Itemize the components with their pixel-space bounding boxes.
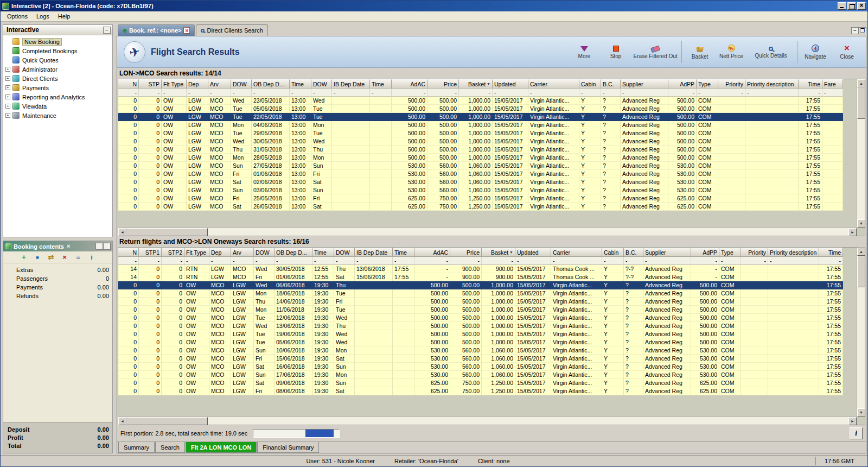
expander-icon[interactable]	[5, 104, 10, 109]
close-panel-icon[interactable]: ×	[67, 243, 70, 249]
column-header-priority-description[interactable]: Priority description	[768, 248, 819, 257]
stop-button[interactable]: Stop	[600, 36, 631, 67]
column-header-priority[interactable]: Priority	[741, 248, 768, 257]
result-row[interactable]: 000OWMCOLGWMon18/06/201819:30Tue500.0050…	[118, 289, 857, 298]
horizontal-scroll-thumb[interactable]	[126, 228, 208, 236]
column-header-type[interactable]: Type	[719, 248, 741, 257]
delete-icon[interactable]: ×	[60, 253, 69, 262]
sidebar-item-new-booking[interactable]: New Booking	[3, 37, 112, 46]
result-row[interactable]: 1400RTNLGWMCOFri01/06/201812:55Sat15/06/…	[118, 273, 857, 281]
column-header-time[interactable]: Time	[312, 248, 334, 257]
column-header-n[interactable]: N	[118, 248, 139, 257]
tab-financial-summary[interactable]: Financial Summary	[257, 442, 319, 453]
close-window-button[interactable]	[857, 2, 866, 10]
column-header-basket[interactable]: Basket▼	[482, 248, 515, 257]
column-header-adac[interactable]: AdAC	[392, 79, 427, 89]
info-button[interactable]: i	[850, 427, 863, 439]
result-row[interactable]: 00OWLGWMCOWed23/05/201813:00Wed500.00500…	[118, 97, 857, 105]
menu-options[interactable]: Options	[3, 12, 32, 21]
result-row-selected[interactable]: 000OWMCOLGWWed06/06/201819:30Thu500.0050…	[118, 281, 857, 289]
column-header-supplier[interactable]: Supplier	[643, 248, 691, 257]
column-header-dep[interactable]: Dep	[209, 248, 231, 257]
add-icon[interactable]: +	[20, 253, 28, 262]
sidebar-item-direct-clients[interactable]: Direct Clients	[3, 74, 112, 83]
vertical-scrollbar[interactable]: ▲▼	[857, 248, 865, 416]
more-button[interactable]: More	[569, 36, 600, 67]
column-header-adac[interactable]: AdAC	[414, 248, 450, 257]
horizontal-scrollbar[interactable]: ◄►	[118, 228, 857, 236]
column-header-priority[interactable]: Priority	[718, 79, 745, 89]
info-icon[interactable]: i	[87, 253, 96, 262]
column-header-updated[interactable]: Updated	[515, 248, 551, 257]
transfer-icon[interactable]: ⇄	[47, 253, 55, 262]
menu-help[interactable]: Help	[54, 12, 75, 21]
result-row[interactable]: 000OWMCOLGWFri15/06/201819:30Sat530.0056…	[118, 355, 857, 363]
column-header-stp1[interactable]: STP1	[139, 248, 162, 257]
vertical-scroll-thumb[interactable]	[857, 87, 865, 119]
result-row-selected[interactable]: 00OWLGWMCOTue22/05/201813:00Tue500.00500…	[118, 113, 857, 121]
result-row[interactable]: 00OWLGWMCOSun27/05/201813:00Sun530.00560…	[118, 162, 857, 170]
scroll-up-button[interactable]: ▲	[857, 79, 865, 87]
close-button[interactable]: Close	[831, 36, 863, 67]
maximize-window-button[interactable]	[847, 2, 856, 10]
column-header-arv[interactable]: Arv	[208, 79, 231, 89]
result-row[interactable]: 000OWMCOLGWSat16/06/201819:30Sun530.0056…	[118, 363, 857, 371]
scroll-left-button[interactable]: ◄	[118, 228, 126, 236]
result-row[interactable]: 00OWLGWMCOFri01/06/201813:00Fri530.00560…	[118, 170, 857, 178]
minimize-window-button[interactable]	[838, 2, 846, 10]
scroll-down-button[interactable]: ▼	[857, 408, 865, 416]
column-header-ib-dep-date[interactable]: IB Dep Date	[332, 79, 370, 89]
column-header-carrier[interactable]: Carrier	[551, 248, 602, 257]
column-header-stp[interactable]: STP	[139, 79, 162, 89]
tab-flt-2a-lon-mco-lon[interactable]: Flt 2A LON MCO LON	[186, 442, 257, 453]
column-header-fare[interactable]: Fare	[822, 79, 843, 89]
list-icon[interactable]: ≡	[74, 253, 82, 262]
column-header-stp2[interactable]: STP2	[162, 248, 184, 257]
collapse-panel-button[interactable]	[103, 27, 111, 34]
quick-details-button[interactable]: Quick Details	[747, 36, 795, 67]
tab-direct-clients-search[interactable]: Direct Clients Search	[196, 24, 267, 36]
result-row[interactable]: 000OWMCOLGWSun17/06/201819:30Mon530.0056…	[118, 371, 857, 379]
result-row[interactable]: 00OWLGWMCOThu31/05/201813:00Thu500.00500…	[118, 146, 857, 154]
navigate-button[interactable]: Navigate	[800, 36, 831, 67]
tab-summary[interactable]: Summary	[118, 442, 155, 453]
column-header-priority-description[interactable]: Priority description	[745, 79, 799, 89]
nett-price-button[interactable]: Nett Price	[716, 36, 747, 67]
column-header-cabin[interactable]: Cabin	[579, 79, 601, 89]
column-header-updated[interactable]: Updated	[493, 79, 528, 89]
column-header-flt-type[interactable]: Flt Type	[162, 79, 187, 89]
column-header-adpp[interactable]: AdPP	[668, 79, 697, 89]
column-header-flt-type[interactable]: Flt Type	[184, 248, 209, 257]
result-row[interactable]: 1400RTNLGWMCOWed30/05/201812:55Thu13/06/…	[118, 265, 857, 273]
column-header-price[interactable]: Price	[450, 248, 482, 257]
result-row[interactable]: 00OWLGWMCOMon28/05/201813:00Mon500.00500…	[118, 154, 857, 162]
result-row[interactable]: 00OWLGWMCOSat02/06/201813:00Sat530.00560…	[118, 178, 857, 186]
column-header-supplier[interactable]: Supplier	[621, 79, 668, 89]
result-row[interactable]: 00OWLGWMCOTue05/06/201813:00Tue500.00500…	[118, 105, 857, 113]
result-row[interactable]: 00OWLGWMCOSat26/05/201813:00Sat625.00750…	[118, 203, 857, 211]
vertical-scroll-thumb[interactable]	[857, 256, 865, 287]
scroll-right-button[interactable]: ►	[848, 417, 857, 425]
result-row[interactable]: 000OWMCOLGWWed13/06/201819:30Thu500.0050…	[118, 322, 857, 330]
sidebar-item-maintenance[interactable]: Maintenance	[3, 111, 112, 120]
sidebar-item-payments[interactable]: Payments	[3, 83, 112, 92]
expander-icon[interactable]	[5, 85, 10, 90]
restore-document-button[interactable]: ❒	[859, 27, 866, 34]
minimize-panel-button[interactable]	[95, 243, 103, 250]
float-panel-button[interactable]: ❒	[103, 243, 111, 250]
menu-logs[interactable]: Logs	[32, 12, 54, 21]
column-header-type[interactable]: Type	[697, 79, 718, 89]
column-header-b-c[interactable]: B.C.	[624, 248, 643, 257]
column-header-cabin[interactable]: Cabin	[602, 248, 624, 257]
scroll-right-button[interactable]: ►	[848, 228, 857, 236]
column-header-ob-dep-d[interactable]: OB Dep D...	[252, 79, 290, 89]
tab-book-ref-none[interactable]: ♣Book. ref.: <none>×	[118, 24, 195, 36]
scroll-down-button[interactable]: ▼	[857, 219, 865, 228]
column-header-ib-dep-date[interactable]: IB Dep Date	[355, 248, 393, 257]
column-header-time[interactable]: Time	[799, 79, 822, 89]
sidebar-item-viewdata[interactable]: Viewdata	[3, 102, 112, 111]
column-header-price[interactable]: Price	[427, 79, 459, 89]
scroll-left-button[interactable]: ◄	[118, 417, 126, 425]
result-row[interactable]: 00OWLGWMCOFri25/05/201813:00Fri625.00750…	[118, 194, 857, 203]
column-header-dow[interactable]: DOW	[231, 79, 252, 89]
